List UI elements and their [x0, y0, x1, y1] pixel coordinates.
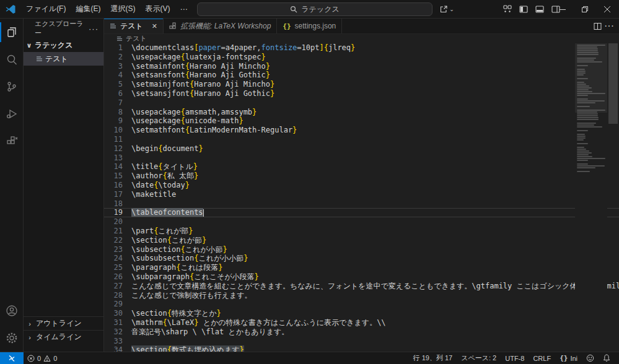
code-line-6[interactable]: 6\setsansjfont{Harano Aji Gothic}	[104, 89, 619, 98]
layout-dropdown-button[interactable]: ⌄	[435, 0, 459, 19]
chevron-right-icon: ›	[27, 320, 33, 327]
encoding[interactable]: UTF-8	[503, 355, 527, 362]
code-line-7[interactable]: 7	[104, 98, 619, 108]
line-number: 3	[104, 62, 131, 71]
line-number: 5	[104, 80, 131, 89]
run-and-debug-icon[interactable]	[0, 100, 24, 128]
tab-label: settings.json	[295, 22, 336, 30]
activity-bar	[0, 19, 24, 352]
toggle-primary-sidebar-icon[interactable]	[516, 0, 532, 19]
problems-indicator[interactable]: 0 0	[24, 355, 61, 362]
sidebar-title: エクスプローラー	[35, 19, 89, 38]
code-line-32[interactable]: 32音楽記号\sharp \ \flat とかもあります。	[104, 327, 619, 337]
menu-more[interactable]: ⋯	[175, 2, 192, 16]
feedback-smiley-icon[interactable]	[584, 354, 597, 362]
timeline-label: タイムライン	[36, 332, 82, 342]
code-line-27[interactable]: 27こんな感じで文章構造を組むことができます。ちなみに、フォントを途中で変えるこ…	[104, 282, 619, 291]
menu-selection[interactable]: 選択(S)	[105, 1, 140, 17]
code-line-4[interactable]: 4\setsansfont{Harano Aji Gothic}	[104, 71, 619, 80]
menu-file[interactable]: ファイル(F)	[21, 1, 71, 17]
remote-indicator[interactable]	[0, 352, 24, 364]
customize-layout-icon[interactable]	[499, 0, 516, 19]
line-number: 14	[104, 162, 131, 171]
eol-sequence[interactable]: CRLF	[530, 355, 553, 362]
minimap[interactable]	[575, 43, 607, 352]
code-line-20[interactable]: 20	[104, 217, 619, 227]
language-mode[interactable]: {} Ini	[557, 354, 580, 362]
code-line-3[interactable]: 3\setmainfont{Harano Aji Mincho}	[104, 62, 619, 71]
code-line-13[interactable]: 13	[104, 154, 619, 163]
indentation[interactable]: スペース: 2	[459, 353, 499, 363]
code-line-33[interactable]: 33	[104, 337, 619, 346]
text-cursor	[203, 209, 204, 217]
tab-settings-json[interactable]: {} settings.json	[277, 19, 342, 33]
line-number: 32	[104, 327, 131, 337]
code-line-10[interactable]: 10\setmathfont{LatinModernMath-Regular}	[104, 126, 619, 135]
warning-icon	[43, 355, 51, 362]
code-line-23[interactable]: 23\subsection{これが小節}	[104, 245, 619, 254]
settings-gear-icon[interactable]	[0, 324, 24, 352]
outline-section[interactable]: › アウトライン	[24, 316, 103, 330]
code-line-25[interactable]: 25\paragraph{これは段落}	[104, 263, 619, 272]
code-area[interactable]: 1\documentclass[paper=a4paper,fontsize=1…	[104, 43, 619, 352]
line-number: 22	[104, 236, 131, 245]
command-center-search[interactable]: ラテックス	[197, 2, 432, 16]
code-line-22[interactable]: 22\section{これが節}	[104, 236, 619, 245]
tab-label: 拡張機能: LaTeX Workshop	[180, 21, 271, 32]
code-line-8[interactable]: 8\usepackage{amsmath,amssymb}	[104, 108, 619, 117]
notifications-bell-icon[interactable]	[600, 354, 613, 362]
editor-more-actions-icon[interactable]: ···	[604, 20, 614, 32]
tab-test[interactable]: テスト ✕	[104, 19, 164, 33]
file-label: テスト	[45, 54, 68, 64]
menu-view[interactable]: 表示(V)	[140, 1, 175, 17]
search-icon[interactable]	[0, 46, 24, 73]
editor-scrollbar[interactable]	[607, 43, 619, 352]
line-number: 20	[104, 217, 131, 227]
code-line-14[interactable]: 14\title{タイトル}	[104, 162, 619, 171]
code-line-26[interactable]: 26\subparagraph{これこそが小段落}	[104, 272, 619, 282]
cursor-position[interactable]: 行 19、列 17	[411, 353, 455, 363]
code-line-34[interactable]: 34\section{数式も埋め込めます}	[104, 345, 619, 352]
code-line-17[interactable]: 17\maketitle	[104, 190, 619, 199]
code-line-15[interactable]: 15\author{私 太郎}	[104, 171, 619, 181]
code-line-9[interactable]: 9\usepackage{unicode-math}	[104, 116, 619, 126]
code-line-24[interactable]: 24\subsubsection{これが小小節}	[104, 254, 619, 263]
toggle-panel-icon[interactable]	[532, 0, 548, 19]
line-number: 27	[104, 282, 131, 291]
explorer-icon[interactable]	[0, 19, 24, 46]
account-icon[interactable]	[0, 297, 24, 324]
extensions-icon[interactable]	[0, 128, 24, 155]
code-line-29[interactable]: 29	[104, 300, 619, 309]
file-row-test[interactable]: テスト	[24, 52, 103, 66]
code-line-2[interactable]: 2\usepackage{luatexja-fontspec}	[104, 53, 619, 62]
code-line-18[interactable]: 18	[104, 199, 619, 209]
tab-extension-latex-workshop[interactable]: 拡張機能: LaTeX Workshop	[164, 19, 277, 33]
line-number: 29	[104, 300, 131, 309]
code-line-16[interactable]: 16\date{\today}	[104, 181, 619, 190]
breadcrumb[interactable]: テスト	[104, 34, 619, 43]
line-number: 30	[104, 309, 131, 318]
code-line-11[interactable]: 11	[104, 135, 619, 144]
scrollbar-slider[interactable]	[608, 43, 618, 124]
source-control-icon[interactable]	[0, 73, 24, 100]
code-line-5[interactable]: 5\setmainjfont{Harano Aji Mincho}	[104, 80, 619, 89]
close-icon[interactable]	[596, 0, 618, 19]
restore-icon[interactable]	[574, 0, 596, 19]
code-line-19[interactable]: 19\tableofcontents	[104, 208, 619, 217]
menu-edit[interactable]: 編集(E)	[71, 1, 105, 17]
code-line-12[interactable]: 12\begin{document}	[104, 144, 619, 154]
code-line-1[interactable]: 1\documentclass[paper=a4paper,fontsize=1…	[104, 43, 619, 53]
tab-close-icon[interactable]: ✕	[152, 22, 157, 30]
timeline-section[interactable]: › タイムライン	[24, 330, 103, 344]
folder-row-latex[interactable]: ∨ ラテックス	[24, 38, 103, 52]
tab-label: テスト	[120, 21, 143, 32]
code-line-21[interactable]: 21\part{これが部}	[104, 227, 619, 236]
braces-icon: {}	[560, 354, 568, 362]
warning-count: 0	[53, 355, 57, 362]
minimize-icon[interactable]	[551, 0, 574, 19]
sidebar-more-actions-icon[interactable]: ···	[89, 24, 99, 33]
code-line-30[interactable]: 30\section{特殊文字とか}	[104, 309, 619, 318]
split-editor-icon[interactable]	[594, 22, 602, 30]
code-line-31[interactable]: 31\mathrm{\LaTeX} とかの特殊な書き方はこんなふうに表示できます…	[104, 318, 619, 327]
code-line-28[interactable]: 28こんな感じで強制改行も行えます。	[104, 291, 619, 300]
